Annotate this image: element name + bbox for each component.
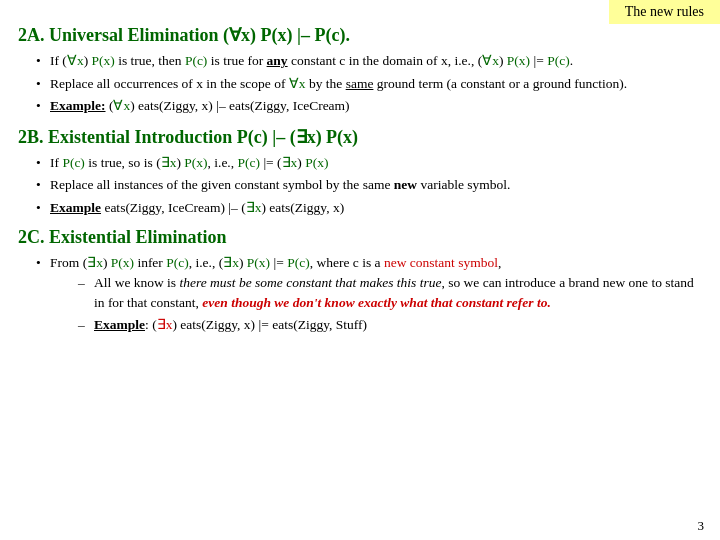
- bullet-2b-2: Replace all instances of the given const…: [36, 175, 702, 195]
- section-2c: 2C. Existential Elimination From (∃x) P(…: [18, 227, 702, 334]
- bullet-2c-1: From (∃x) P(x) infer P(c), i.e., (∃x) P(…: [36, 253, 702, 334]
- sub-bullet-2c-1: All we know is there must be some consta…: [78, 273, 702, 312]
- bullet-2a-1: If (∀x) P(x) is true, then P(c) is true …: [36, 51, 702, 71]
- page-number: 3: [698, 518, 705, 534]
- section-2c-title: 2C. Existential Elimination: [18, 227, 702, 248]
- section-2c-bullets: From (∃x) P(x) infer P(c), i.e., (∃x) P(…: [36, 253, 702, 334]
- bullet-2a-3: Example: (∀x) eats(Ziggy, x) |– eats(Zig…: [36, 96, 702, 116]
- section-2a-title: 2A. Universal Elimination (∀x) P(x) |– P…: [18, 24, 702, 46]
- bullet-2a-2: Replace all occurrences of x in the scop…: [36, 74, 702, 94]
- banner-text: The new rules: [625, 4, 704, 19]
- sub-bullet-2c-2: Example: (∃x) eats(Ziggy, x) |= eats(Zig…: [78, 315, 702, 335]
- section-2c-sub-bullets: All we know is there must be some consta…: [78, 273, 702, 335]
- section-2a-bullets: If (∀x) P(x) is true, then P(c) is true …: [36, 51, 702, 116]
- bullet-2b-3: Example eats(Ziggy, IceCream) |– (∃x) ea…: [36, 198, 702, 218]
- section-2b-title: 2B. Existential Introduction P(c) |– (∃x…: [18, 126, 702, 148]
- section-2a: 2A. Universal Elimination (∀x) P(x) |– P…: [18, 24, 702, 116]
- bullet-2b-1: If P(c) is true, so is (∃x) P(x), i.e., …: [36, 153, 702, 173]
- section-2b: 2B. Existential Introduction P(c) |– (∃x…: [18, 126, 702, 218]
- header-banner: The new rules: [609, 0, 720, 24]
- section-2b-bullets: If P(c) is true, so is (∃x) P(x), i.e., …: [36, 153, 702, 218]
- main-content: 2A. Universal Elimination (∀x) P(x) |– P…: [0, 0, 720, 349]
